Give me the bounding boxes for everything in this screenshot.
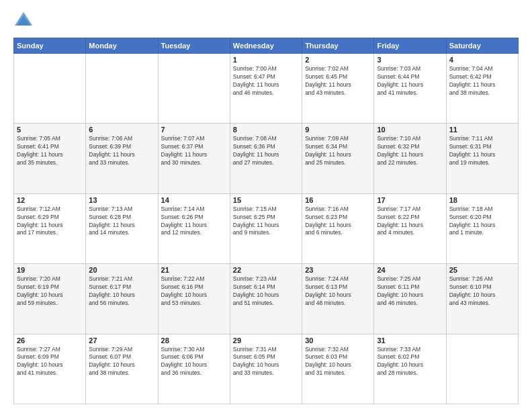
- day-info: Sunrise: 7:04 AM Sunset: 6:42 PM Dayligh…: [449, 65, 515, 97]
- day-info: Sunrise: 7:09 AM Sunset: 6:34 PM Dayligh…: [305, 135, 371, 167]
- day-number: 24: [377, 266, 443, 274]
- day-number: 25: [449, 266, 515, 274]
- day-number: 8: [233, 126, 299, 134]
- day-info: Sunrise: 7:13 AM Sunset: 6:28 PM Dayligh…: [89, 205, 154, 238]
- day-info: Sunrise: 7:29 AM Sunset: 6:07 PM Dayligh…: [89, 346, 154, 378]
- calendar-header-wednesday: Wednesday: [230, 38, 302, 54]
- day-info: Sunrise: 7:18 AM Sunset: 6:20 PM Dayligh…: [449, 205, 515, 238]
- day-info: Sunrise: 7:16 AM Sunset: 6:23 PM Dayligh…: [305, 205, 371, 238]
- calendar-cell: 22Sunrise: 7:23 AM Sunset: 6:14 PM Dayli…: [230, 264, 302, 334]
- day-info: Sunrise: 7:00 AM Sunset: 6:47 PM Dayligh…: [233, 65, 299, 97]
- calendar-cell: 13Sunrise: 7:13 AM Sunset: 6:28 PM Dayli…: [86, 193, 158, 263]
- day-number: 1: [233, 56, 299, 64]
- calendar-cell: 14Sunrise: 7:14 AM Sunset: 6:26 PM Dayli…: [158, 193, 230, 263]
- day-info: Sunrise: 7:24 AM Sunset: 6:13 PM Dayligh…: [305, 275, 371, 308]
- day-number: 10: [377, 126, 443, 134]
- header: [13, 11, 519, 31]
- calendar-table: SundayMondayTuesdayWednesdayThursdayFrid…: [13, 38, 519, 404]
- day-number: 19: [17, 266, 83, 274]
- calendar-week-row: 12Sunrise: 7:12 AM Sunset: 6:29 PM Dayli…: [14, 193, 519, 263]
- day-number: 5: [17, 126, 83, 134]
- day-info: Sunrise: 7:06 AM Sunset: 6:39 PM Dayligh…: [89, 135, 154, 167]
- day-info: Sunrise: 7:32 AM Sunset: 6:03 PM Dayligh…: [305, 346, 371, 378]
- calendar-cell: 2Sunrise: 7:02 AM Sunset: 6:45 PM Daylig…: [302, 54, 374, 124]
- day-info: Sunrise: 7:02 AM Sunset: 6:45 PM Dayligh…: [305, 65, 371, 97]
- day-info: Sunrise: 7:22 AM Sunset: 6:16 PM Dayligh…: [161, 275, 227, 308]
- day-number: 11: [449, 126, 515, 134]
- day-number: 31: [377, 336, 443, 345]
- calendar-cell: 6Sunrise: 7:06 AM Sunset: 6:39 PM Daylig…: [86, 124, 158, 193]
- calendar-cell: 10Sunrise: 7:10 AM Sunset: 6:32 PM Dayli…: [374, 124, 446, 193]
- day-number: 2: [305, 56, 371, 64]
- day-number: 14: [161, 196, 227, 204]
- day-info: Sunrise: 7:30 AM Sunset: 6:06 PM Dayligh…: [161, 346, 227, 378]
- calendar-cell: 15Sunrise: 7:15 AM Sunset: 6:25 PM Dayli…: [230, 193, 302, 263]
- calendar-header-friday: Friday: [374, 38, 446, 54]
- calendar-header-tuesday: Tuesday: [158, 38, 230, 54]
- logo: [13, 11, 36, 31]
- calendar-cell: 11Sunrise: 7:11 AM Sunset: 6:31 PM Dayli…: [446, 124, 518, 193]
- day-info: Sunrise: 7:33 AM Sunset: 6:02 PM Dayligh…: [377, 346, 443, 378]
- calendar-cell: 30Sunrise: 7:32 AM Sunset: 6:03 PM Dayli…: [302, 334, 374, 404]
- calendar-cell: 7Sunrise: 7:07 AM Sunset: 6:37 PM Daylig…: [158, 124, 230, 193]
- calendar-cell: 20Sunrise: 7:21 AM Sunset: 6:17 PM Dayli…: [86, 264, 158, 334]
- day-info: Sunrise: 7:05 AM Sunset: 6:41 PM Dayligh…: [17, 135, 83, 167]
- calendar-cell: 26Sunrise: 7:27 AM Sunset: 6:09 PM Dayli…: [14, 334, 86, 404]
- day-number: 16: [305, 196, 371, 204]
- calendar-cell: 12Sunrise: 7:12 AM Sunset: 6:29 PM Dayli…: [14, 193, 86, 263]
- day-info: Sunrise: 7:11 AM Sunset: 6:31 PM Dayligh…: [449, 135, 515, 167]
- day-number: 22: [233, 266, 299, 274]
- calendar-cell: 9Sunrise: 7:09 AM Sunset: 6:34 PM Daylig…: [302, 124, 374, 193]
- day-number: 13: [89, 196, 154, 204]
- calendar-cell: 21Sunrise: 7:22 AM Sunset: 6:16 PM Dayli…: [158, 264, 230, 334]
- day-number: 18: [449, 196, 515, 204]
- day-number: 29: [233, 336, 299, 345]
- calendar-cell: 17Sunrise: 7:17 AM Sunset: 6:22 PM Dayli…: [374, 193, 446, 263]
- calendar-cell: 19Sunrise: 7:20 AM Sunset: 6:19 PM Dayli…: [14, 264, 86, 334]
- day-number: 6: [89, 126, 154, 134]
- calendar-cell: 29Sunrise: 7:31 AM Sunset: 6:05 PM Dayli…: [230, 334, 302, 404]
- calendar-cell: 27Sunrise: 7:29 AM Sunset: 6:07 PM Dayli…: [86, 334, 158, 404]
- calendar-cell: 18Sunrise: 7:18 AM Sunset: 6:20 PM Dayli…: [446, 193, 518, 263]
- calendar-cell: 8Sunrise: 7:08 AM Sunset: 6:36 PM Daylig…: [230, 124, 302, 193]
- calendar-week-row: 1Sunrise: 7:00 AM Sunset: 6:47 PM Daylig…: [14, 54, 519, 124]
- day-number: 30: [305, 336, 371, 345]
- day-number: 4: [449, 56, 515, 64]
- day-info: Sunrise: 7:27 AM Sunset: 6:09 PM Dayligh…: [17, 346, 83, 378]
- day-number: 23: [305, 266, 371, 274]
- day-number: 12: [17, 196, 83, 204]
- day-number: 17: [377, 196, 443, 204]
- day-info: Sunrise: 7:07 AM Sunset: 6:37 PM Dayligh…: [161, 135, 227, 167]
- page: SundayMondayTuesdayWednesdayThursdayFrid…: [0, 0, 532, 411]
- calendar-header-row: SundayMondayTuesdayWednesdayThursdayFrid…: [14, 38, 519, 54]
- day-info: Sunrise: 7:03 AM Sunset: 6:44 PM Dayligh…: [377, 65, 443, 97]
- day-number: 15: [233, 196, 299, 204]
- day-info: Sunrise: 7:31 AM Sunset: 6:05 PM Dayligh…: [233, 346, 299, 378]
- day-info: Sunrise: 7:15 AM Sunset: 6:25 PM Dayligh…: [233, 205, 299, 238]
- calendar-header-thursday: Thursday: [302, 38, 374, 54]
- calendar-cell: 23Sunrise: 7:24 AM Sunset: 6:13 PM Dayli…: [302, 264, 374, 334]
- day-number: 7: [161, 126, 227, 134]
- calendar-cell: 16Sunrise: 7:16 AM Sunset: 6:23 PM Dayli…: [302, 193, 374, 263]
- calendar-cell: 28Sunrise: 7:30 AM Sunset: 6:06 PM Dayli…: [158, 334, 230, 404]
- calendar-cell: 5Sunrise: 7:05 AM Sunset: 6:41 PM Daylig…: [14, 124, 86, 193]
- day-number: 27: [89, 336, 154, 345]
- day-info: Sunrise: 7:08 AM Sunset: 6:36 PM Dayligh…: [233, 135, 299, 167]
- calendar-header-monday: Monday: [86, 38, 158, 54]
- calendar-cell: 24Sunrise: 7:25 AM Sunset: 6:11 PM Dayli…: [374, 264, 446, 334]
- calendar-cell: [86, 54, 158, 124]
- day-number: 21: [161, 266, 227, 274]
- calendar-cell: [446, 334, 518, 404]
- day-number: 9: [305, 126, 371, 134]
- day-info: Sunrise: 7:14 AM Sunset: 6:26 PM Dayligh…: [161, 205, 227, 238]
- day-info: Sunrise: 7:17 AM Sunset: 6:22 PM Dayligh…: [377, 205, 443, 238]
- day-info: Sunrise: 7:12 AM Sunset: 6:29 PM Dayligh…: [17, 205, 83, 238]
- calendar-cell: 1Sunrise: 7:00 AM Sunset: 6:47 PM Daylig…: [230, 54, 302, 124]
- day-number: 26: [17, 336, 83, 345]
- calendar-week-row: 26Sunrise: 7:27 AM Sunset: 6:09 PM Dayli…: [14, 334, 519, 404]
- calendar-week-row: 19Sunrise: 7:20 AM Sunset: 6:19 PM Dayli…: [14, 264, 519, 334]
- calendar-week-row: 5Sunrise: 7:05 AM Sunset: 6:41 PM Daylig…: [14, 124, 519, 193]
- day-info: Sunrise: 7:10 AM Sunset: 6:32 PM Dayligh…: [377, 135, 443, 167]
- day-number: 28: [161, 336, 227, 345]
- calendar-cell: [14, 54, 86, 124]
